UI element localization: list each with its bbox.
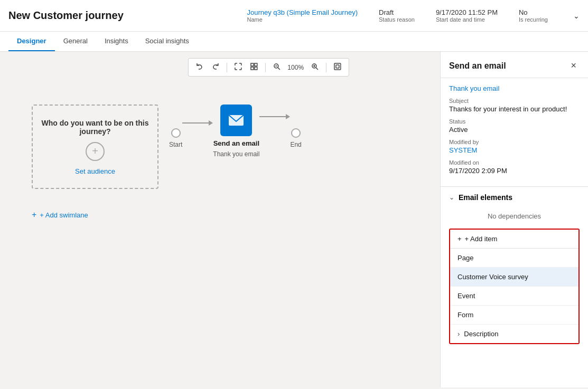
set-audience-link[interactable]: Set audience xyxy=(75,167,115,175)
panel-email-link[interactable]: Thank you email xyxy=(449,84,580,92)
svg-line-8 xyxy=(316,68,318,70)
grid-button[interactable] xyxy=(247,61,260,74)
svg-rect-11 xyxy=(334,63,341,70)
start-node: Start xyxy=(169,115,182,148)
add-swimlane-label: + Add swimlane xyxy=(40,211,88,219)
dropdown-item-customer-voice-survey[interactable]: Customer Voice survey xyxy=(450,268,578,287)
start-label: Start xyxy=(169,141,182,148)
arrowhead-2 xyxy=(286,114,290,119)
panel-header: Send an email × xyxy=(441,52,588,78)
toolbar-divider-2 xyxy=(265,63,265,72)
add-item-plus-icon: + xyxy=(458,235,462,243)
panel-field-subject-label: Subject xyxy=(449,98,580,104)
page-title: New Customer journey xyxy=(8,10,124,22)
add-item-dropdown-container: + + Add item Page Customer Voice survey … xyxy=(449,229,580,344)
journey-canvas: Who do you want to be on this journey? +… xyxy=(21,83,430,377)
email-node-box[interactable] xyxy=(220,105,252,136)
email-elements-title: Email elements xyxy=(459,193,512,202)
panel-field-modified-by-value[interactable]: SYSTEM xyxy=(449,146,580,154)
svg-rect-1 xyxy=(254,63,257,66)
svg-rect-0 xyxy=(250,63,253,66)
tab-social-insights[interactable]: Social insights xyxy=(137,32,198,51)
arrowhead xyxy=(209,120,213,126)
panel-field-modified-on-value: 9/17/2020 2:09 PM xyxy=(449,167,580,175)
tab-designer[interactable]: Designer xyxy=(8,32,55,51)
panel-field-modified-on: Modified on 9/17/2020 2:09 PM xyxy=(449,159,580,175)
svg-rect-12 xyxy=(336,65,339,68)
undo-button[interactable] xyxy=(192,61,206,74)
email-node-label: Send an email xyxy=(213,139,259,147)
end-circle xyxy=(291,128,301,138)
panel-close-button[interactable]: × xyxy=(567,59,580,72)
panel-field-modified-on-label: Modified on xyxy=(449,159,580,166)
toolbar-divider-3 xyxy=(326,63,326,72)
tab-insights[interactable]: Insights xyxy=(96,32,137,51)
arrow-line-2 xyxy=(259,116,286,117)
header: New Customer journey Journey q3b (Simple… xyxy=(0,0,588,32)
email-node-sublabel: Thank you email xyxy=(213,150,259,158)
no-dependencies-text: No dependencies xyxy=(441,208,588,224)
end-label: End xyxy=(290,141,301,148)
header-chevron-icon[interactable]: ⌄ xyxy=(573,12,580,20)
dropdown-item-event[interactable]: Event xyxy=(450,287,578,306)
main-content: 100% Who do you want to be on this journ… xyxy=(0,52,588,387)
email-elements-chevron-icon[interactable]: ⌄ xyxy=(449,194,454,201)
add-item-button[interactable]: + + Add item xyxy=(450,230,578,249)
arrow-start-email xyxy=(182,120,213,126)
description-label: Description xyxy=(464,330,498,338)
toolbar-divider-1 xyxy=(226,63,227,72)
tabs-bar: Designer General Insights Social insight… xyxy=(0,32,588,52)
meta-recurring: No Is recurring xyxy=(519,8,548,23)
canvas-toolbar: 100% xyxy=(188,58,349,77)
svg-rect-3 xyxy=(254,67,257,70)
description-chevron-icon: › xyxy=(458,330,460,338)
add-swimlane-icon: + xyxy=(32,210,36,220)
dropdown-item-form[interactable]: Form xyxy=(450,306,578,325)
zoom-level: 100% xyxy=(285,64,306,71)
arrow-line xyxy=(182,122,209,124)
panel-field-modified-by: Modified by SYSTEM xyxy=(449,139,580,154)
panel-field-subject-value: Thanks for your interest in our product! xyxy=(449,105,580,113)
panel-field-modified-by-label: Modified by xyxy=(449,139,580,145)
swimlane-box: Who do you want to be on this journey? +… xyxy=(32,105,158,189)
dropdown-item-description: › Description xyxy=(450,325,578,343)
swimlane-text: Who do you want to be on this journey? xyxy=(41,119,149,136)
end-node: End xyxy=(290,115,301,148)
zoom-in-button[interactable] xyxy=(308,61,322,74)
add-swimlane-button[interactable]: + + Add swimlane xyxy=(32,210,88,220)
set-audience-plus-button[interactable]: + xyxy=(86,142,105,161)
panel-section-main: Thank you email Subject Thanks for your … xyxy=(441,78,588,186)
panel-title: Send an email xyxy=(449,61,506,71)
meta-name: Journey q3b (Simple Email Journey) Name xyxy=(247,8,358,23)
email-node[interactable]: Send an email Thank you email xyxy=(213,105,259,158)
header-meta: Journey q3b (Simple Email Journey) Name … xyxy=(247,8,580,23)
start-circle xyxy=(171,128,181,138)
flow-container: Start Send an email Than xyxy=(169,105,302,158)
meta-status: Draft Status reason xyxy=(379,8,415,23)
panel-field-status-label: Status xyxy=(449,118,580,125)
zoom-out-button[interactable] xyxy=(269,61,283,74)
panel-field-status: Status Active xyxy=(449,118,580,134)
fit-button[interactable] xyxy=(331,61,344,74)
redo-button[interactable] xyxy=(208,61,222,74)
tab-general[interactable]: General xyxy=(55,32,96,51)
canvas-area: 100% Who do you want to be on this journ… xyxy=(0,52,440,387)
meta-date: 9/17/2020 11:52 PM Start date and time xyxy=(436,8,498,23)
panel-field-status-value: Active xyxy=(449,126,580,134)
add-item-label: + Add item xyxy=(465,235,498,243)
svg-rect-2 xyxy=(250,67,253,70)
svg-line-5 xyxy=(277,68,279,70)
fullscreen-button[interactable] xyxy=(231,61,245,74)
right-panel: Send an email × Thank you email Subject … xyxy=(440,52,588,387)
panel-field-subject: Subject Thanks for your interest in our … xyxy=(449,98,580,113)
email-icon xyxy=(228,115,244,126)
dropdown-item-page[interactable]: Page xyxy=(450,249,578,268)
email-elements-header: ⌄ Email elements xyxy=(441,186,588,208)
arrow-email-end xyxy=(259,114,290,119)
